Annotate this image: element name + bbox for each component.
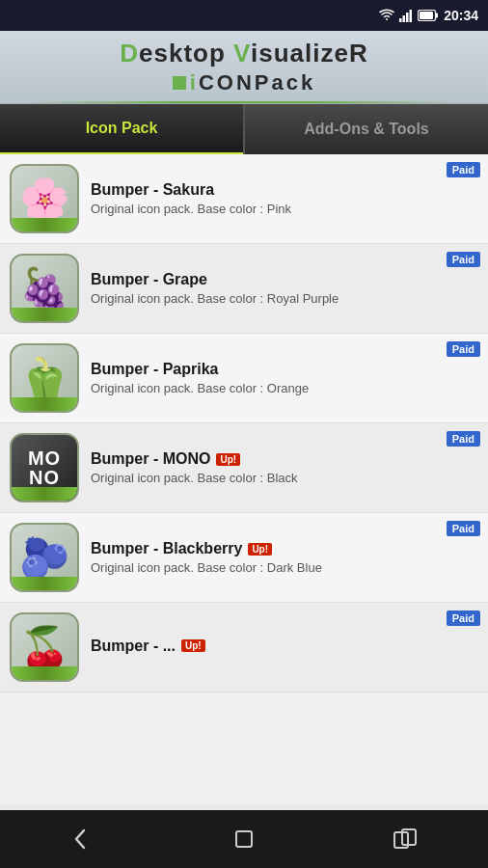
app-logo-text: iCONPack: [190, 70, 315, 95]
bumper-bottom: [12, 487, 77, 501]
paid-badge-paprika: Paid: [447, 341, 480, 357]
up-badge-blackberry: Up!: [248, 543, 272, 556]
item-title-partial: Bumper - ... Up!: [91, 637, 478, 655]
list-item[interactable]: 🫑 Bumper - Paprika Original icon pack. B…: [0, 334, 488, 423]
battery-icon: [418, 10, 439, 21]
back-icon: [67, 825, 95, 854]
svg-rect-5: [436, 14, 439, 18]
item-title-grape: Bumper - Grape: [91, 271, 478, 288]
paid-badge-grape: Paid: [447, 252, 480, 267]
recents-button[interactable]: [383, 822, 431, 856]
tab-icon-pack[interactable]: Icon Pack: [0, 104, 243, 154]
list-item[interactable]: MONO Bumper - MONO Up! Original icon pac…: [0, 423, 488, 513]
item-icon-partial: 🍒: [10, 612, 79, 682]
item-icon-grape: 🍇: [10, 254, 79, 323]
item-subtitle-grape: Original icon pack. Base color : Royal P…: [91, 291, 478, 306]
item-subtitle-sakura: Original icon pack. Base color : Pink: [91, 202, 478, 216]
item-content-paprika: Bumper - Paprika Original icon pack. Bas…: [91, 361, 478, 395]
paid-badge-partial: Paid: [447, 610, 480, 626]
item-icon-mono: MONO: [10, 433, 79, 502]
app-header: Desktop VisualizeR iCONPack: [0, 31, 488, 104]
item-icon-paprika: 🫑: [10, 343, 79, 413]
item-subtitle-blackberry: Original icon pack. Base color : Dark Bl…: [91, 560, 478, 575]
app-title-bottom: iCONPack: [0, 70, 488, 101]
item-icon-blackberry: 🫐: [10, 523, 79, 592]
item-subtitle-mono: Original icon pack. Base color : Black: [91, 471, 478, 485]
bumper-bottom: [12, 218, 77, 231]
paprika-emoji: 🫑: [19, 355, 69, 402]
bumper-bottom: [12, 397, 77, 411]
sakura-emoji: 🌸: [19, 176, 69, 223]
title-d: D: [120, 39, 139, 68]
paid-badge-mono: Paid: [447, 431, 480, 447]
paid-badge-sakura: Paid: [447, 162, 480, 177]
item-content-sakura: Bumper - Sakura Original icon pack. Base…: [91, 181, 478, 216]
svg-rect-0: [399, 18, 402, 22]
svg-rect-3: [410, 10, 413, 22]
blackberry-emoji: 🫐: [19, 534, 69, 582]
bumper-bottom: [12, 666, 77, 680]
item-content-grape: Bumper - Grape Original icon pack. Base …: [91, 271, 478, 306]
status-time: 20:34: [444, 8, 478, 23]
item-icon-sakura: 🌸: [10, 164, 79, 233]
status-bar: 20:34: [0, 0, 488, 31]
svg-rect-6: [420, 12, 433, 19]
home-icon: [230, 825, 258, 854]
item-title-mono: Bumper - MONO Up!: [91, 450, 478, 468]
bottom-nav: [0, 810, 488, 868]
recents-icon: [391, 825, 423, 854]
list-item[interactable]: 🫐 Bumper - Blackberry Up! Original icon …: [0, 513, 488, 603]
home-button[interactable]: [220, 822, 268, 856]
partial-emoji: 🍒: [19, 624, 69, 671]
tab-addons[interactable]: Add-Ons & Tools: [245, 104, 488, 154]
item-content-blackberry: Bumper - Blackberry Up! Original icon pa…: [91, 540, 478, 575]
item-title-paprika: Bumper - Paprika: [91, 361, 478, 378]
up-badge-mono: Up!: [216, 453, 240, 466]
item-title-sakura: Bumper - Sakura: [91, 181, 478, 199]
logo-square: [173, 76, 186, 90]
signal-icon: [399, 9, 413, 22]
list-item[interactable]: 🍒 Bumper - ... Up! Paid: [0, 603, 488, 692]
status-icons: 20:34: [379, 8, 478, 23]
mono-text: MONO: [28, 448, 61, 487]
up-badge-partial: Up!: [181, 639, 205, 652]
title-visualizer: V: [233, 39, 251, 68]
paid-badge-blackberry: Paid: [447, 521, 480, 536]
bumper-bottom: [12, 308, 77, 321]
item-subtitle-paprika: Original icon pack. Base color : Orange: [91, 381, 478, 395]
wifi-icon: [379, 9, 394, 22]
item-content-mono: Bumper - MONO Up! Original icon pack. Ba…: [91, 450, 478, 485]
svg-rect-2: [406, 13, 409, 22]
list-item[interactable]: 🌸 Bumper - Sakura Original icon pack. Ba…: [0, 154, 488, 244]
grape-emoji: 🍇: [19, 265, 69, 312]
app-title-top: Desktop VisualizeR: [0, 39, 488, 68]
icon-pack-list: 🌸 Bumper - Sakura Original icon pack. Ba…: [0, 154, 488, 804]
back-button[interactable]: [57, 822, 105, 856]
tabs-container: Icon Pack Add-Ons & Tools: [0, 104, 488, 154]
list-item[interactable]: 🍇 Bumper - Grape Original icon pack. Bas…: [0, 244, 488, 334]
bumper-bottom: [12, 577, 77, 590]
item-title-blackberry: Bumper - Blackberry Up!: [91, 540, 478, 557]
svg-rect-1: [403, 15, 406, 22]
header-underline: [29, 101, 459, 103]
item-content-partial: Bumper - ... Up!: [91, 637, 478, 658]
svg-rect-7: [236, 831, 252, 847]
